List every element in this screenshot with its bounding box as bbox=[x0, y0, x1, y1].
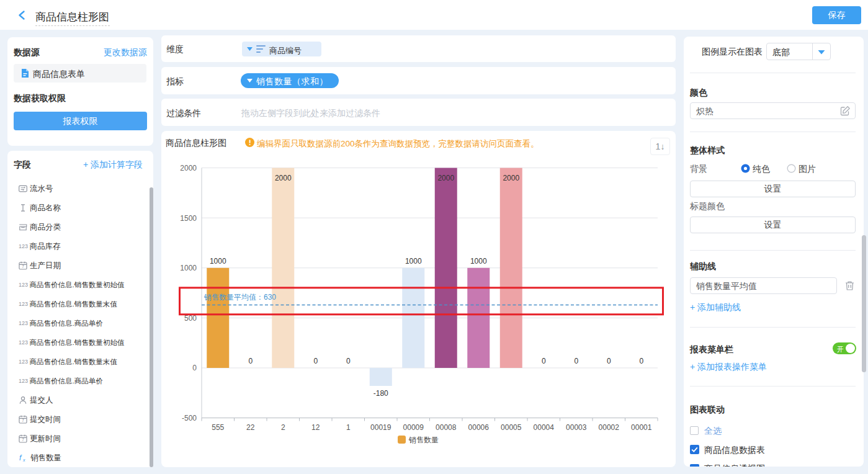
svg-text:7: 7 bbox=[22, 437, 24, 442]
svg-text:x: x bbox=[22, 458, 25, 462]
svg-text:7: 7 bbox=[22, 418, 24, 423]
svg-text:00003: 00003 bbox=[566, 423, 587, 432]
svg-text:00005: 00005 bbox=[501, 423, 522, 432]
svg-text:22: 22 bbox=[246, 423, 255, 432]
svg-text:-180: -180 bbox=[374, 389, 388, 398]
svg-text:00009: 00009 bbox=[403, 423, 424, 432]
svg-text:0: 0 bbox=[192, 364, 197, 372]
svg-text:1500: 1500 bbox=[180, 214, 197, 223]
svg-text:00019: 00019 bbox=[370, 423, 391, 432]
svg-text:555: 555 bbox=[212, 423, 224, 432]
svg-text:1000: 1000 bbox=[210, 257, 226, 266]
svg-text:f: f bbox=[19, 454, 22, 462]
svg-text:00008: 00008 bbox=[436, 423, 457, 432]
svg-text:00004: 00004 bbox=[534, 423, 555, 432]
svg-text:00006: 00006 bbox=[468, 423, 490, 432]
svg-text:0: 0 bbox=[346, 357, 351, 365]
svg-text:2000: 2000 bbox=[437, 174, 454, 182]
svg-text:销售数量平均值：630: 销售数量平均值：630 bbox=[204, 293, 276, 302]
svg-text:1000: 1000 bbox=[405, 257, 422, 266]
svg-text:-500: -500 bbox=[182, 414, 197, 423]
svg-text:2000: 2000 bbox=[503, 174, 519, 182]
svg-text:1000: 1000 bbox=[180, 264, 197, 272]
svg-text:销售数量: 销售数量 bbox=[408, 436, 439, 444]
svg-text:12: 12 bbox=[311, 423, 320, 432]
svg-text:0: 0 bbox=[542, 357, 546, 365]
svg-text:2: 2 bbox=[281, 423, 285, 432]
svg-text:2000: 2000 bbox=[275, 174, 292, 182]
svg-text:0: 0 bbox=[607, 357, 611, 365]
svg-text:0: 0 bbox=[248, 357, 253, 365]
svg-text:0: 0 bbox=[313, 357, 318, 365]
svg-text:7: 7 bbox=[22, 264, 24, 269]
svg-text:1: 1 bbox=[346, 423, 351, 432]
svg-text:0: 0 bbox=[574, 357, 578, 365]
svg-text:0: 0 bbox=[639, 357, 643, 365]
svg-text:00001: 00001 bbox=[631, 423, 652, 432]
svg-text:1000: 1000 bbox=[470, 257, 487, 266]
svg-text:2000: 2000 bbox=[180, 164, 197, 172]
svg-text:00002: 00002 bbox=[599, 423, 620, 432]
